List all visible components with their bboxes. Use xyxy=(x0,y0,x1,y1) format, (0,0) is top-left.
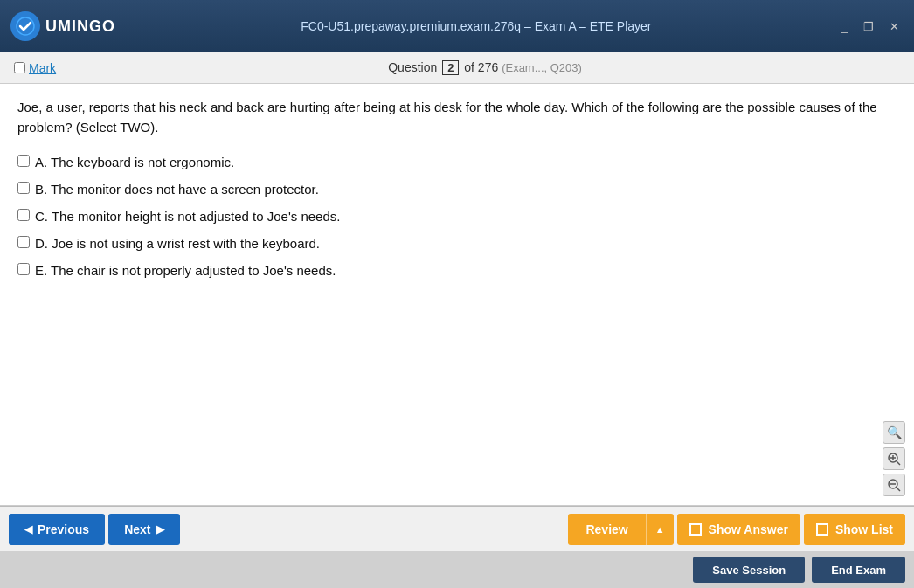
question-label: Question xyxy=(388,60,437,74)
show-list-checkbox-icon xyxy=(816,523,828,536)
mark-label[interactable]: Mark xyxy=(29,61,56,75)
minimize-button[interactable]: _ xyxy=(837,18,852,35)
show-answer-checkbox-icon xyxy=(689,523,702,536)
question-counter: Question 2 of 276 (Exam..., Q203) xyxy=(388,60,582,75)
previous-label: Previous xyxy=(38,522,89,536)
option-b: B. The monitor does not have a screen pr… xyxy=(17,180,897,198)
next-button[interactable]: Next ▶ xyxy=(108,514,179,545)
svg-line-6 xyxy=(897,488,900,491)
save-session-button[interactable]: Save Session xyxy=(693,557,805,583)
previous-button[interactable]: ◀ Previous xyxy=(9,514,105,545)
option-e-label[interactable]: E. The chair is not properly adjusted to… xyxy=(35,261,336,280)
search-zoom-button[interactable]: 🔍 xyxy=(883,421,905,444)
option-b-checkbox[interactable] xyxy=(17,182,30,194)
window-title: FC0-U51.prepaway.premium.exam.276q – Exa… xyxy=(115,19,837,33)
review-dropdown-icon[interactable]: ▲ xyxy=(646,514,674,545)
option-a-label[interactable]: A. The keyboard is not ergonomic. xyxy=(35,153,234,171)
mark-container: Mark xyxy=(14,61,56,75)
option-d-checkbox[interactable] xyxy=(17,236,30,248)
nav-bar: ◀ Previous Next ▶ Review ▲ Show Answer S… xyxy=(0,506,914,551)
option-a: A. The keyboard is not ergonomic. xyxy=(17,153,897,171)
zoom-controls: 🔍 xyxy=(883,421,905,496)
main-content: Joe, a user, reports that his neck and b… xyxy=(0,84,914,506)
option-b-label[interactable]: B. The monitor does not have a screen pr… xyxy=(35,180,319,198)
window-controls: _ ❐ ✕ xyxy=(837,18,904,35)
review-label: Review xyxy=(568,514,645,545)
exam-info: (Exam..., Q203) xyxy=(502,61,582,74)
question-text: Joe, a user, reports that his neck and b… xyxy=(17,98,897,137)
end-exam-button[interactable]: End Exam xyxy=(812,557,905,583)
option-c: C. The monitor height is not adjusted to… xyxy=(17,207,897,225)
svg-line-2 xyxy=(897,461,900,465)
zoom-in-button[interactable] xyxy=(883,447,905,470)
mark-checkbox[interactable] xyxy=(14,62,25,73)
option-e: E. The chair is not properly adjusted to… xyxy=(17,261,897,280)
option-e-checkbox[interactable] xyxy=(17,263,30,275)
show-answer-label: Show Answer xyxy=(709,522,788,536)
show-list-button[interactable]: Show List xyxy=(804,514,905,545)
option-c-checkbox[interactable] xyxy=(17,209,30,221)
action-bar: Save Session End Exam xyxy=(0,551,914,588)
of-total: of 276 xyxy=(464,60,498,74)
option-d-label[interactable]: D. Joe is not using a wrist rest with th… xyxy=(35,234,320,252)
logo-text: UMINGO xyxy=(45,17,115,36)
logo-icon xyxy=(10,11,40,41)
option-c-label[interactable]: C. The monitor height is not adjusted to… xyxy=(35,207,340,225)
next-label: Next xyxy=(124,522,150,536)
restore-button[interactable]: ❐ xyxy=(859,18,878,35)
title-bar: UMINGO FC0-U51.prepaway.premium.exam.276… xyxy=(0,0,914,52)
prev-arrow-icon: ◀ xyxy=(24,523,32,536)
close-button[interactable]: ✕ xyxy=(885,18,904,35)
show-answer-button[interactable]: Show Answer xyxy=(677,514,800,545)
question-number: 2 xyxy=(442,60,459,75)
zoom-out-button[interactable] xyxy=(883,474,905,496)
review-button[interactable]: Review ▲ xyxy=(568,514,673,545)
option-a-checkbox[interactable] xyxy=(17,155,30,167)
logo: UMINGO xyxy=(10,11,115,41)
next-arrow-icon: ▶ xyxy=(156,523,164,536)
show-list-label: Show List xyxy=(835,522,893,536)
option-d: D. Joe is not using a wrist rest with th… xyxy=(17,234,897,252)
question-header: Mark Question 2 of 276 (Exam..., Q203) xyxy=(0,52,914,84)
